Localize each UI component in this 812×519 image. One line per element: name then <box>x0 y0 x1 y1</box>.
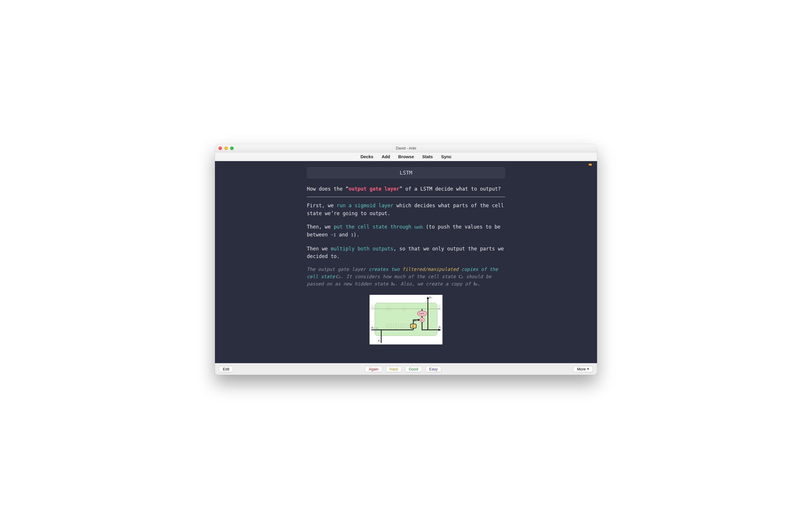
edit-button[interactable]: Edit <box>219 366 233 372</box>
window-title: David - Anki <box>215 146 597 150</box>
card-question: How does the “output gate layer” of a LS… <box>307 185 505 193</box>
lstm-diagram: Cₜ₋₁ Cₜ σ σ tanh × + hₜ₋₁ xₜ <box>370 295 442 345</box>
svg-text:tanh: tanh <box>401 325 406 328</box>
svg-text:hₜ₋₁: hₜ₋₁ <box>371 326 378 329</box>
question-highlight: output gate layer <box>349 186 399 192</box>
again-button[interactable]: Again <box>365 366 382 372</box>
menu-sync[interactable]: Sync <box>441 154 452 159</box>
svg-text:+: + <box>403 307 405 310</box>
menu-stats[interactable]: Stats <box>422 154 433 159</box>
easy-button[interactable]: Easy <box>426 366 442 372</box>
svg-text:Cₜ: Cₜ <box>438 305 442 308</box>
menu-decks[interactable]: Decks <box>360 154 373 159</box>
chevron-down-icon <box>587 368 589 370</box>
svg-text:xₜ: xₜ <box>378 339 381 342</box>
svg-text:×: × <box>421 318 423 322</box>
good-button[interactable]: Good <box>405 366 422 372</box>
card-answer: First, we run a sigmoid layer which deci… <box>307 202 505 260</box>
more-button[interactable]: More <box>573 366 593 372</box>
close-icon[interactable] <box>219 146 222 150</box>
svg-text:σ: σ <box>395 325 396 328</box>
zoom-icon[interactable] <box>230 146 234 150</box>
svg-text:σ: σ <box>412 325 413 328</box>
svg-text:hₜ: hₜ <box>438 326 442 329</box>
card-extra-note: The output gate layer creates two filter… <box>307 266 505 288</box>
flashcard: LSTM How does the “output gate layer” of… <box>304 161 508 356</box>
svg-text:×: × <box>388 307 389 310</box>
answer-paragraph: Then we multiply both outputs, so that w… <box>307 245 505 261</box>
traffic-lights <box>215 146 234 150</box>
minimize-icon[interactable] <box>224 146 228 150</box>
menu-browse[interactable]: Browse <box>398 154 414 159</box>
titlebar: David - Anki <box>215 144 597 153</box>
answer-paragraph: First, we run a sigmoid layer which deci… <box>307 202 505 217</box>
svg-text:σ: σ <box>388 325 389 328</box>
svg-text:Cₜ₋₁: Cₜ₋₁ <box>371 305 378 308</box>
flag-icon[interactable] <box>588 163 593 168</box>
svg-text:tanh: tanh <box>419 312 424 315</box>
answer-paragraph: Then, we put the cell state through tanh… <box>307 223 505 239</box>
answer-buttons: Again Hard Good Easy <box>365 366 441 372</box>
menubar: Decks Add Browse Stats Sync <box>215 153 597 161</box>
bottom-toolbar: Edit Again Hard Good Easy More <box>215 363 597 375</box>
qa-divider <box>307 197 505 197</box>
svg-text:hₜ: hₜ <box>429 296 432 299</box>
menu-add[interactable]: Add <box>381 154 390 159</box>
deck-label: LSTM <box>307 167 505 179</box>
app-window: David - Anki Decks Add Browse Stats Sync… <box>215 144 597 375</box>
card-content-area[interactable]: LSTM How does the “output gate layer” of… <box>215 161 597 363</box>
hard-button[interactable]: Hard <box>386 366 402 372</box>
